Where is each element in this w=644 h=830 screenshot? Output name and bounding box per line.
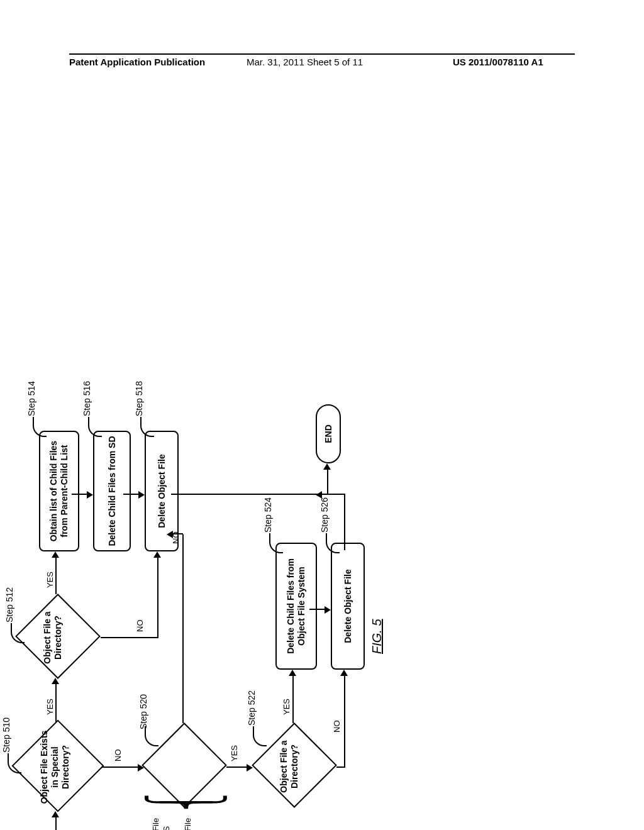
edge: [344, 495, 345, 550]
edge-label-yes: YES: [45, 699, 55, 715]
leader-icon: [8, 753, 21, 773]
edge-label-no: NO: [332, 721, 341, 733]
arrow-right-icon: [52, 551, 59, 558]
step-label-514: Step 514: [26, 381, 36, 416]
arrow-down-icon: [87, 491, 93, 499]
process-518-text: Delete Object File: [157, 454, 167, 528]
process-524-text: Delete Child Files from Object File Syst…: [286, 544, 307, 668]
process-526-text: Delete Object File: [343, 569, 353, 643]
edge: [172, 533, 183, 534]
figure-label: FIG. 5: [370, 619, 384, 654]
decision-512: [15, 594, 101, 679]
arrow-down-icon: [138, 491, 145, 499]
process-514: Obtain list of Child Files from Parent-C…: [39, 431, 79, 551]
process-524: Delete Child Files from Object File Syst…: [275, 543, 317, 670]
header-left: Patent Application Publication: [69, 57, 205, 67]
process-514-text: Obtain list of Child Files from Parent-C…: [48, 432, 70, 550]
step-label-524: Step 524: [263, 497, 273, 533]
step-label-518: Step 518: [134, 381, 144, 416]
edge-label-yes: YES: [45, 572, 55, 588]
arrow-down-icon: [325, 606, 331, 614]
leader-icon: [33, 417, 47, 437]
header-rule: [69, 53, 575, 55]
edge: [226, 766, 248, 768]
edge-label-no: NO: [113, 750, 123, 762]
leader-icon: [140, 417, 154, 437]
edge: [171, 494, 316, 495]
edge: [123, 494, 140, 495]
flowchart-rotated-wrapper: START Object File Exists in Special Dire…: [13, 355, 384, 830]
leader-icon: [326, 533, 340, 553]
arrow-up-icon: [316, 491, 322, 499]
arrow-right-icon: [289, 670, 296, 676]
step-label-522: Step 522: [247, 690, 257, 726]
decision-520-condition: Parent Directory of Object File is prese…: [151, 814, 214, 830]
decision-510: [11, 719, 104, 812]
edge: [309, 609, 326, 610]
page: Patent Application Publication Mar. 31, …: [0, 0, 644, 830]
process-526: Delete Object File: [331, 543, 365, 670]
edge-label-no: NO: [135, 620, 145, 633]
step-label-510: Step 510: [1, 717, 11, 753]
terminal-end-label: END: [323, 424, 333, 443]
arrow-right-icon: [153, 551, 161, 558]
edge: [55, 684, 57, 722]
arrow-right-icon: [323, 463, 331, 470]
header-right: US 2011/0078110 A1: [453, 57, 543, 67]
edge: [55, 558, 57, 594]
step-label-516: Step 516: [82, 381, 92, 416]
edge: [344, 676, 345, 768]
edge: [292, 676, 294, 723]
edge: [101, 766, 139, 768]
step-label-512: Step 512: [4, 587, 14, 622]
edge-label-yes: YES: [282, 699, 291, 715]
edge: [157, 558, 158, 638]
leader-icon: [11, 623, 25, 643]
process-516-text: Delete Child Files from SD: [107, 436, 118, 546]
process-516: Delete Child Files from SD: [93, 431, 131, 551]
step-label-520: Step 520: [138, 694, 148, 729]
edge: [182, 534, 184, 723]
edge: [336, 766, 344, 768]
edge: [72, 494, 88, 495]
terminal-end: END: [316, 404, 341, 463]
header-middle: Mar. 31, 2011 Sheet 5 of 11: [247, 57, 363, 67]
leader-icon: [269, 533, 283, 553]
edge: [101, 637, 157, 638]
arrow-up-icon: [167, 531, 173, 538]
arrow-right-icon: [52, 811, 59, 817]
edge: [55, 817, 57, 830]
leader-icon: [253, 726, 267, 746]
step-label-526: Step 526: [319, 497, 330, 533]
edge-label-yes: YES: [230, 745, 239, 761]
leader-icon: [88, 417, 102, 437]
arrow-right-icon: [340, 670, 348, 676]
edge: [327, 470, 328, 495]
brace-icon: ⎧⎨⎩: [164, 794, 210, 811]
leader-icon: [145, 726, 158, 746]
